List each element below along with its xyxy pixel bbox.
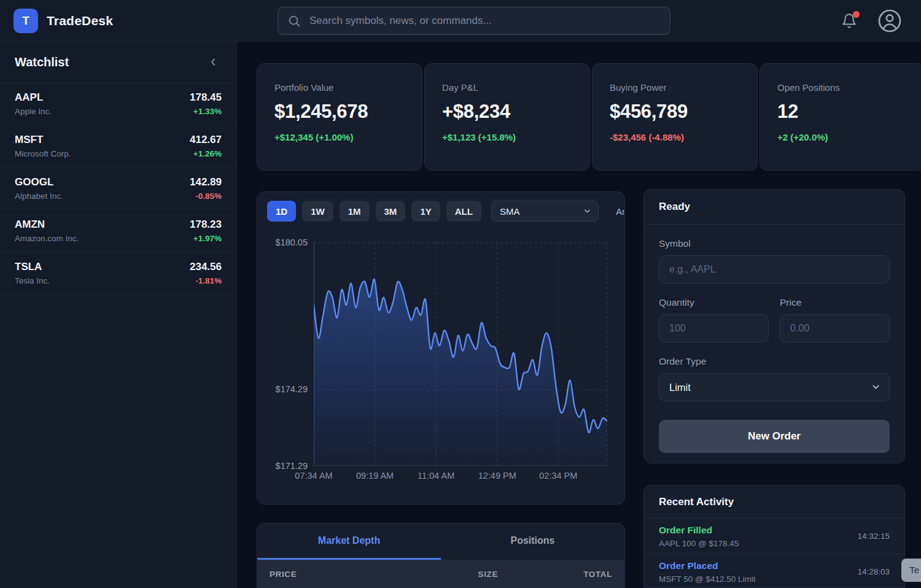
change-percent: +1.26% <box>190 149 222 158</box>
order-type-select[interactable]: Limit <box>659 373 890 401</box>
timeframe-1m-button[interactable]: 1M <box>340 201 370 222</box>
price-input[interactable] <box>780 314 890 342</box>
chart-panel: 1D 1W 1M 3M 1Y ALL SMA Annotate $180.05$… <box>257 191 625 505</box>
stat-card-open-positions: Open Positions 12 +2 (+20.0%) <box>760 63 921 171</box>
app-logo-icon: T <box>14 9 38 33</box>
timeframe-1w-button[interactable]: 1W <box>302 201 333 222</box>
order-type-label: Order Type <box>659 356 890 367</box>
timeframe-3m-button[interactable]: 3M <box>376 201 406 222</box>
watchlist-row-tsla[interactable]: TSLA Tesla Inc. 234.56 -1.81% <box>0 252 236 295</box>
top-bar: T TradeDesk <box>0 0 921 42</box>
price: 234.56 <box>190 261 222 273</box>
toast-notification: Te <box>901 559 921 582</box>
indicator-select-wrap: SMA <box>491 201 599 222</box>
stat-card-buying-power: Buying Power $456,789 -$23,456 (-4.88%) <box>592 63 758 171</box>
stat-change: -$23,456 (-4.88%) <box>610 132 740 142</box>
company-name: Amazon.com Inc. <box>15 234 79 243</box>
activity-detail: MSFT 50 @ $412.50 Limit <box>659 574 756 584</box>
stat-card-portfolio-value: Portfolio Value $1,245,678 +$12,345 (+1.… <box>257 63 422 171</box>
symbol: AAPL <box>15 91 52 104</box>
indicator-select[interactable]: SMA <box>491 201 599 222</box>
stat-label: Day P&L <box>442 82 572 93</box>
user-menu-button[interactable] <box>877 9 902 33</box>
stat-change: +$1,123 (+15.8%) <box>442 132 572 142</box>
column-total: TOTAL <box>498 570 612 579</box>
price: 142.89 <box>190 176 222 188</box>
order-ticket-header: Ready <box>644 190 904 225</box>
company-name: Tesla Inc. <box>15 276 50 285</box>
stat-label: Portfolio Value <box>274 82 405 93</box>
quantity-price-row: Quantity Price <box>659 297 890 342</box>
x-tick-label: 02:34 PM <box>539 471 577 481</box>
activity-detail: AAPL 100 @ $178.45 <box>659 539 739 548</box>
change-percent: -1.81% <box>190 276 222 285</box>
column-price: PRICE <box>270 570 384 579</box>
topbar-actions <box>841 0 902 42</box>
app-name: TradeDesk <box>47 14 113 28</box>
activity-item-order-placed: Order Placed MSFT 50 @ $412.50 Limit 14:… <box>644 554 904 588</box>
chart-x-axis: 07:34 AM09:19 AM11:04 AM12:49 PM02:34 PM <box>314 470 607 482</box>
stats-row: Portfolio Value $1,245,678 +$12,345 (+1.… <box>257 63 921 171</box>
price-label: Price <box>780 297 890 308</box>
new-order-button[interactable]: New Order <box>659 420 890 453</box>
x-tick-label: 11:04 AM <box>418 471 454 481</box>
chart-y-axis: $180.05$174.29$171.29 <box>257 242 309 466</box>
recent-activity-header: Recent Activity <box>644 485 904 519</box>
watchlist-row-amzn[interactable]: AMZN Amazon.com Inc. 178.23 +1.97% <box>0 210 236 252</box>
change-percent: +1.97% <box>190 234 222 243</box>
company-name: Alphabet Inc. <box>15 191 63 201</box>
brand: T TradeDesk <box>14 9 113 33</box>
notifications-button[interactable] <box>841 13 857 29</box>
activity-status: Order Placed <box>659 560 756 571</box>
company-name: Apple Inc. <box>15 107 52 116</box>
stat-value: 12 <box>777 101 907 123</box>
price-chart: $180.05$174.29$171.29 07:34 AM09:19 AM11… <box>257 234 624 494</box>
activity-item-order-filled: Order Filled AAPL 100 @ $178.45 14:32:15 <box>644 519 904 554</box>
toast-text: Te <box>909 565 919 576</box>
sidebar: Watchlist AAPL Apple Inc. 178.45 +1.33% … <box>0 42 237 588</box>
timeframe-1d-button[interactable]: 1D <box>267 201 296 222</box>
search-icon <box>287 14 301 28</box>
watchlist-row-aapl[interactable]: AAPL Apple Inc. 178.45 +1.33% <box>0 83 236 125</box>
symbol: MSFT <box>15 134 71 146</box>
price: 178.23 <box>190 219 222 231</box>
quantity-label: Quantity <box>659 297 769 308</box>
notification-dot <box>853 11 860 18</box>
change-percent: -0.85% <box>190 191 222 201</box>
x-tick-label: 09:19 AM <box>356 471 394 481</box>
timeframe-all-button[interactable]: ALL <box>446 201 481 222</box>
watchlist-row-googl[interactable]: GOOGL Alphabet Inc. 142.89 -0.85% <box>0 168 236 210</box>
x-tick-label: 12:49 PM <box>478 471 516 481</box>
y-tick-label: $174.29 <box>276 384 308 394</box>
timeframe-1y-button[interactable]: 1Y <box>411 201 440 222</box>
collapse-sidebar-button[interactable] <box>204 53 222 71</box>
stat-change: +2 (+20.0%) <box>777 132 907 142</box>
price: 178.45 <box>190 91 222 104</box>
watchlist-row-msft[interactable]: MSFT Microsoft Corp. 412.67 +1.26% <box>0 125 236 168</box>
order-ticket-body: Symbol Quantity Price Order Type Limit <box>644 225 904 463</box>
activity-time: 14:32:15 <box>857 532 890 541</box>
stat-label: Open Positions <box>777 82 907 93</box>
tab-market-depth[interactable]: Market Depth <box>257 524 441 560</box>
chart-plot-area <box>314 242 607 466</box>
order-type-field: Order Type Limit <box>659 356 890 401</box>
recent-activity-panel: Recent Activity Order Filled AAPL 100 @ … <box>643 485 905 588</box>
symbol-input[interactable] <box>659 255 890 284</box>
change-percent: +1.33% <box>190 107 222 116</box>
price: 412.67 <box>190 134 222 146</box>
tab-positions[interactable]: Positions <box>441 524 624 560</box>
activity-status: Order Filled <box>659 525 739 536</box>
symbol: AMZN <box>15 219 79 231</box>
stat-card-day-pnl: Day P&L +$8,234 +$1,123 (+15.8%) <box>424 63 590 171</box>
recent-activity-title: Recent Activity <box>659 496 734 508</box>
search-bar <box>278 7 670 35</box>
stat-value: $456,789 <box>610 101 740 123</box>
annotate-button[interactable]: Annotate <box>616 206 625 217</box>
company-name: Microsoft Corp. <box>15 149 71 158</box>
app-logo-letter: T <box>22 14 29 28</box>
quantity-input[interactable] <box>659 314 769 342</box>
search-input[interactable] <box>301 7 670 34</box>
watchlist-title: Watchlist <box>15 55 69 69</box>
depth-table-header: PRICE SIZE TOTAL <box>257 560 624 588</box>
symbol: TSLA <box>15 261 50 273</box>
